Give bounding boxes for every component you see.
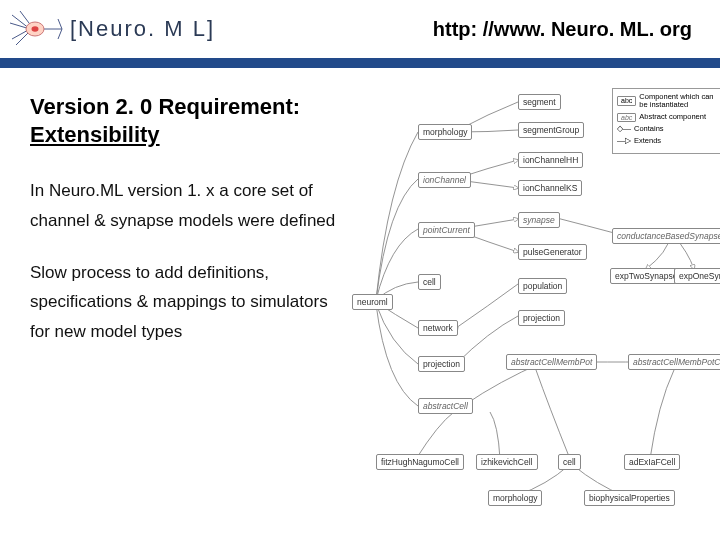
node-synapse: synapse	[518, 212, 560, 228]
diamond-icon: ◇—	[617, 125, 631, 134]
node-morphology: morphology	[418, 124, 472, 140]
svg-line-6	[58, 19, 62, 29]
neuron-icon	[8, 9, 64, 49]
legend-abstract-box: abc	[617, 113, 636, 123]
paragraph-2: Slow process to add definitions, specifi…	[30, 258, 350, 347]
node-abstractcell: abstractCell	[418, 398, 473, 414]
node-projection2: projection	[518, 310, 565, 326]
node-population: population	[518, 278, 567, 294]
triangle-icon: —▷	[617, 137, 631, 146]
node-cell: cell	[558, 454, 581, 470]
node-izhikevich: izhikevichCell	[476, 454, 538, 470]
node-abstractcellmembpot: abstractCellMembPot	[506, 354, 597, 370]
node-pointcurrent: pointCurrent	[418, 222, 475, 238]
node-network: network	[418, 320, 458, 336]
node-projection: projection	[418, 356, 465, 372]
node-exptwo: expTwoSynapse	[610, 268, 682, 284]
legend-concrete-text: Component which can be instantiated	[639, 93, 720, 110]
node-expone: expOneSynapse	[674, 268, 720, 284]
paragraph-1: In Neuro.ML version 1. x a core set of c…	[30, 176, 350, 236]
svg-point-9	[32, 26, 39, 32]
logo: [Neuro. M L]	[8, 9, 215, 49]
node-abstractcellmembpotcap: abstractCellMembPotCap	[628, 354, 720, 370]
node-segment: segment	[518, 94, 561, 110]
logo-text: [Neuro. M L]	[70, 16, 215, 42]
legend: abcComponent which can be instantiated a…	[612, 88, 720, 154]
node-pulsegenerator: pulseGenerator	[518, 244, 587, 260]
node-segmentgroup: segmentGroup	[518, 122, 584, 138]
node-ionchannelhh: ionChannelHH	[518, 152, 583, 168]
slide-subtitle: Extensibility	[30, 122, 350, 148]
slide-header: [Neuro. M L] http: //www. Neuro. ML. org	[0, 0, 720, 62]
legend-concrete-box: abc	[617, 96, 636, 106]
legend-contains: Contains	[634, 125, 720, 133]
node-neuroml: neuroml	[352, 294, 393, 310]
node-ionchannelks: ionChannelKS	[518, 180, 582, 196]
node-fitzhugh: fitzHughNagumoCell	[376, 454, 464, 470]
node-morphology2: morphology	[488, 490, 542, 506]
node-ionchannel: ionChannel	[418, 172, 471, 188]
legend-extends: Extends	[634, 137, 720, 145]
node-condsynapse: conductanceBasedSynapse	[612, 228, 720, 244]
legend-abstract-text: Abstract component	[639, 113, 720, 121]
node-biophys: biophysicalProperties	[584, 490, 675, 506]
svg-line-7	[58, 29, 62, 39]
node-cell2: cell	[418, 274, 441, 290]
node-adex: adExIaFCell	[624, 454, 680, 470]
header-url: http: //www. Neuro. ML. org	[433, 18, 692, 41]
slide-title: Version 2. 0 Requirement:	[30, 94, 350, 120]
component-diagram: abcComponent which can be instantiated a…	[348, 84, 720, 524]
